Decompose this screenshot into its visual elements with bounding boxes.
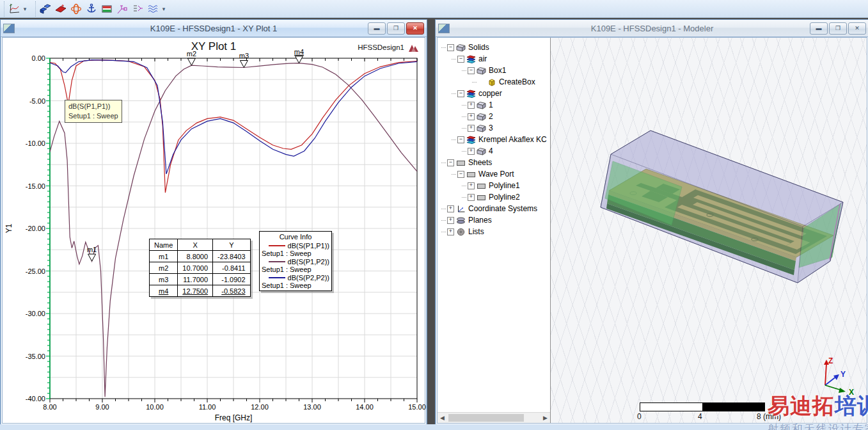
magenta-port-icon[interactable] bbox=[114, 2, 130, 16]
expand-icon[interactable]: + bbox=[447, 217, 454, 224]
collapse-icon[interactable]: − bbox=[447, 159, 454, 166]
toolbar-overflow-caret[interactable]: ▾ bbox=[161, 6, 167, 12]
collapse-icon[interactable]: − bbox=[457, 171, 464, 178]
expand-icon[interactable]: + bbox=[468, 102, 475, 109]
modeler-3d-view[interactable]: 0 4 8 (mm) Z Y X bbox=[551, 38, 867, 423]
xy-plot-window-title: K109E - HFSSDesign1 - XY Plot 1 bbox=[1, 24, 427, 33]
scrollbar-thumb[interactable] bbox=[448, 414, 524, 422]
legend-entry: dB(S(P1,P1))Setup1 : Sweep bbox=[262, 242, 329, 257]
modeler-titlebar[interactable]: K109E - HFSSDesign1 - Modeler ▬ ❐ ✕ bbox=[436, 20, 868, 37]
tree-horizontal-scrollbar[interactable]: ◀ ▶ bbox=[438, 412, 550, 423]
expand-icon[interactable]: + bbox=[468, 194, 475, 201]
tree-item-label: 1 bbox=[489, 100, 493, 109]
tree-item-2[interactable]: +2 bbox=[438, 111, 550, 122]
blue-waves-icon[interactable] bbox=[145, 2, 161, 16]
marker-table[interactable]: NameXYm18.8000-23.8403m210.7000-0.8411m3… bbox=[149, 239, 251, 297]
magenta-ports-list-icon[interactable] bbox=[130, 2, 145, 16]
expand-icon[interactable]: + bbox=[468, 113, 475, 120]
marker-row-m3: m311.7000-1.0902 bbox=[150, 274, 251, 285]
tree-connector bbox=[441, 47, 446, 48]
marker-m2[interactable] bbox=[187, 58, 195, 65]
tree-item-1[interactable]: +1 bbox=[438, 99, 550, 111]
legend-swatch-icon bbox=[269, 261, 285, 262]
tree-item-sheets[interactable]: −Sheets bbox=[438, 157, 550, 168]
createbox-icon bbox=[487, 78, 496, 86]
close-button[interactable]: ✕ bbox=[848, 22, 866, 35]
marker-row-m2: m210.7000-0.8411 bbox=[150, 262, 251, 274]
tree-item-label: Polyline1 bbox=[489, 181, 520, 190]
tree-item-solids[interactable]: −Solids bbox=[438, 42, 550, 53]
svg-text:Freq [GHz]: Freq [GHz] bbox=[215, 413, 253, 422]
curve-info-legend[interactable]: Curve Info dB(S(P1,P1))Setup1 : SweepdB(… bbox=[259, 231, 332, 291]
tree-connector bbox=[462, 70, 466, 71]
restore-button[interactable]: ❐ bbox=[387, 22, 405, 35]
tree-item-coordinate-systems[interactable]: +Coordinate Systems bbox=[438, 203, 550, 214]
minimize-button[interactable]: ▬ bbox=[368, 22, 386, 35]
legend-swatch-icon bbox=[269, 245, 285, 246]
window-icon bbox=[3, 24, 15, 33]
xy-plot-content: XY Plot 1 HFSSDesign1 0.00-5.00-10.00-15… bbox=[2, 37, 425, 424]
tree-item-polyline1[interactable]: +Polyline1 bbox=[438, 180, 550, 191]
expand-icon[interactable]: + bbox=[447, 228, 454, 235]
box-icon bbox=[477, 67, 486, 75]
expand-icon[interactable]: + bbox=[468, 125, 475, 132]
red-wedge-icon[interactable] bbox=[53, 2, 68, 16]
tree-item-air[interactable]: −air bbox=[438, 53, 550, 65]
axes-plot-icon[interactable] bbox=[6, 2, 22, 16]
tree-item-polyline2[interactable]: +Polyline2 bbox=[438, 191, 550, 203]
restore-button[interactable]: ❐ bbox=[829, 22, 847, 35]
tree-connector bbox=[441, 220, 446, 221]
orange-atom-icon[interactable] bbox=[68, 2, 84, 16]
y-axis-label: Y bbox=[840, 370, 846, 379]
collapse-icon[interactable]: − bbox=[457, 56, 464, 63]
tree-item-copper[interactable]: −copper bbox=[438, 88, 550, 99]
main-toolbar: ▾ bbox=[0, 0, 868, 18]
tree-item-label: Coordinate Systems bbox=[468, 204, 537, 213]
flag-image-icon[interactable] bbox=[99, 2, 114, 16]
marker-m1[interactable] bbox=[88, 254, 96, 261]
tree-item-box1[interactable]: −Box1 bbox=[438, 65, 550, 76]
svg-text:11.00: 11.00 bbox=[199, 403, 216, 411]
collapse-icon[interactable]: − bbox=[457, 136, 464, 143]
tree-item-wave-port[interactable]: −Wave Port bbox=[438, 168, 550, 180]
collapse-icon[interactable]: − bbox=[447, 44, 454, 51]
svg-text:-30.00: -30.00 bbox=[26, 310, 45, 317]
box-icon bbox=[477, 124, 486, 132]
expand-icon[interactable]: + bbox=[468, 148, 475, 155]
tree-item-label: Planes bbox=[468, 216, 492, 225]
legend-entry-label: dB(S(P1,P1)) bbox=[288, 242, 329, 250]
marker-m3[interactable] bbox=[240, 60, 248, 67]
material-icon bbox=[466, 55, 476, 63]
blue-anchor-icon[interactable] bbox=[84, 2, 99, 16]
marker-m4[interactable] bbox=[296, 56, 303, 63]
tree-item-label: Solids bbox=[468, 43, 489, 52]
collapse-icon[interactable]: − bbox=[457, 90, 464, 97]
tree-connector bbox=[452, 59, 456, 60]
tree-item-label: 3 bbox=[489, 123, 493, 132]
svg-text:-35.00: -35.00 bbox=[26, 353, 45, 360]
legend-entry-sub: Setup1 : Sweep bbox=[262, 250, 329, 257]
tree-item-label: 2 bbox=[489, 112, 493, 121]
toolbar-overflow-caret[interactable]: ▾ bbox=[22, 6, 28, 12]
tree-item-4[interactable]: +4 bbox=[438, 145, 550, 157]
box-icon bbox=[456, 44, 466, 52]
tree-item-createbox[interactable]: CreateBox bbox=[438, 76, 550, 88]
tree-connector bbox=[462, 151, 466, 152]
xy-plot-titlebar[interactable]: K109E - HFSSDesign1 - XY Plot 1 ▬ ❐ ✕ bbox=[1, 20, 427, 37]
close-button[interactable]: ✕ bbox=[406, 22, 424, 35]
tree-item-planes[interactable]: +Planes bbox=[438, 214, 550, 226]
marker-label-m1: m1 bbox=[87, 246, 97, 253]
collapse-icon[interactable]: − bbox=[468, 67, 475, 74]
blue-blocks-icon[interactable] bbox=[38, 2, 53, 16]
tree-item-3[interactable]: +3 bbox=[438, 122, 550, 134]
scroll-left-icon[interactable]: ◀ bbox=[438, 415, 447, 421]
expand-icon[interactable]: + bbox=[468, 182, 475, 189]
svg-text:Y1: Y1 bbox=[4, 223, 13, 233]
modeler-content: −Solids−air−Box1CreateBox−copper+1+2+3−K… bbox=[437, 37, 867, 424]
scroll-right-icon[interactable]: ▶ bbox=[541, 415, 550, 421]
tree-item-lists[interactable]: +Lists bbox=[438, 226, 550, 237]
tree-item-krempel-akaflex-kc[interactable]: −Krempel Akaflex KC bbox=[438, 134, 550, 145]
expand-icon[interactable]: + bbox=[447, 205, 454, 212]
minimize-button[interactable]: ▬ bbox=[810, 22, 828, 35]
scale-tick-4: 4 bbox=[698, 412, 702, 421]
